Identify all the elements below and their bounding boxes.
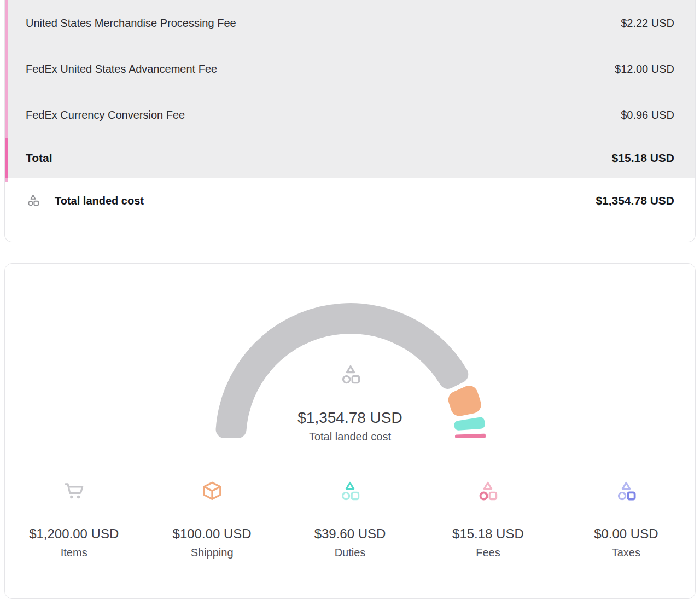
- fee-label: FedEx United States Advancement Fee: [26, 63, 217, 75]
- fee-row: United States Merchandise Processing Fee…: [5, 0, 695, 46]
- legend-item-items: $1,200.00 USD Items: [5, 479, 143, 559]
- gauge-center-label: Total landed cost: [5, 431, 695, 443]
- gauge-legend: $1,200.00 USD Items $100.00 USD Shipping: [5, 479, 695, 559]
- legend-item-duties: $39.60 USD Duties: [281, 479, 419, 559]
- legend-label: Duties: [281, 546, 419, 559]
- legend-amount: $1,200.00 USD: [5, 526, 143, 542]
- package-icon-svg: [200, 480, 224, 504]
- landed-cost-chart-card: $1,354.78 USD Total landed cost $1,200.0…: [4, 263, 696, 599]
- legend-amount: $100.00 USD: [143, 526, 281, 542]
- legend-item-shipping: $100.00 USD Shipping: [143, 479, 281, 559]
- fee-total-amount: $15.18 USD: [612, 152, 674, 165]
- legend-amount: $0.00 USD: [557, 526, 695, 542]
- total-landed-cost-row: Total landed cost $1,354.78 USD: [5, 178, 695, 224]
- shapes-icon: [26, 193, 40, 208]
- total-landed-cost-amount: $1,354.78 USD: [596, 194, 674, 207]
- accent-stripe-light: [5, 0, 8, 138]
- fee-row: FedEx United States Advancement Fee $12.…: [5, 46, 695, 92]
- fee-amount: $12.00 USD: [615, 63, 674, 75]
- accent-stripe-stub: [5, 178, 8, 182]
- shapes-icon-taxes-svg: [614, 479, 638, 504]
- shapes-icon-duties: [281, 479, 419, 504]
- legend-item-taxes: $0.00 USD Taxes: [557, 479, 695, 559]
- cart-icon-svg: [62, 480, 86, 504]
- cart-icon: [5, 479, 143, 504]
- fee-row: FedEx Currency Conversion Fee $0.96 USD: [5, 92, 695, 138]
- legend-label: Fees: [419, 546, 557, 559]
- shapes-icon: [339, 363, 363, 388]
- fee-label: FedEx Currency Conversion Fee: [26, 109, 185, 121]
- legend-label: Taxes: [557, 546, 695, 559]
- fee-breakdown-table: United States Merchandise Processing Fee…: [5, 0, 695, 178]
- legend-amount: $15.18 USD: [419, 526, 557, 542]
- shapes-icon-fees-svg: [476, 479, 500, 504]
- legend-label: Items: [5, 546, 143, 559]
- package-icon: [143, 479, 281, 504]
- gauge-center-value: $1,354.78 USD: [5, 409, 695, 427]
- fee-total-row: Total $15.18 USD: [5, 138, 695, 178]
- legend-item-fees: $15.18 USD Fees: [419, 479, 557, 559]
- fee-amount: $2.22 USD: [621, 17, 674, 30]
- fee-label: United States Merchandise Processing Fee: [26, 17, 236, 30]
- fee-amount: $0.96 USD: [621, 109, 674, 121]
- shapes-icon-duties-svg: [338, 479, 362, 504]
- shapes-icon-taxes: [557, 479, 695, 504]
- fee-breakdown-card: United States Merchandise Processing Fee…: [4, 0, 696, 242]
- shapes-icon-fees: [419, 479, 557, 504]
- legend-label: Shipping: [143, 546, 281, 559]
- fee-total-label: Total: [26, 152, 52, 165]
- total-landed-cost-label: Total landed cost: [55, 195, 596, 207]
- legend-amount: $39.60 USD: [281, 526, 419, 542]
- accent-stripe-dark: [5, 138, 8, 178]
